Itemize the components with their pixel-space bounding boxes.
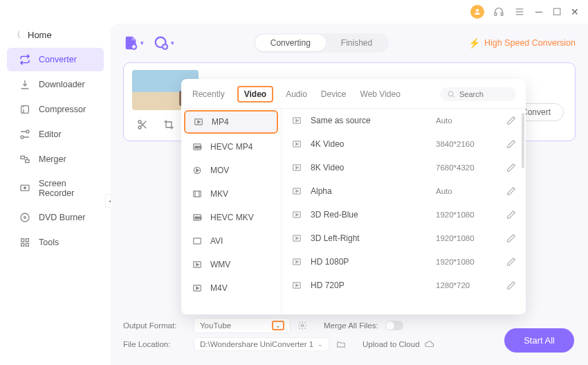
sidebar-item-label: Editor	[39, 130, 62, 139]
format-item-hevc-mp4[interactable]: HEVC HEVC MP4	[181, 135, 281, 159]
svg-point-14	[24, 217, 26, 219]
format-label: MKV	[210, 189, 228, 199]
svg-rect-1	[495, 12, 497, 15]
add-file-button[interactable]: ▾	[123, 35, 144, 51]
maximize-button[interactable]: ☐	[552, 6, 562, 17]
output-format-value: YouTube	[200, 321, 231, 330]
avatar[interactable]	[470, 5, 484, 19]
search-input[interactable]	[459, 90, 508, 98]
svg-marker-59	[296, 213, 299, 216]
preset-resolution: 1920*1080	[436, 258, 498, 266]
edit-preset-icon[interactable]	[506, 186, 516, 196]
svg-rect-16	[26, 239, 28, 242]
sidebar-item-editor[interactable]: Editor	[7, 123, 104, 146]
gear-icon[interactable]	[297, 321, 307, 330]
trim-icon[interactable]	[136, 118, 149, 131]
svg-marker-49	[196, 287, 199, 290]
home-back[interactable]: 〈 Home	[0, 24, 111, 46]
format-item-mkv[interactable]: MKV	[181, 182, 281, 206]
cloud-icon	[424, 339, 435, 349]
tab-video[interactable]: Video	[237, 86, 273, 103]
sidebar-item-merger[interactable]: Merger	[7, 148, 104, 171]
svg-marker-65	[296, 284, 299, 287]
format-item-mp4[interactable]: MP4	[184, 110, 278, 134]
video-file-icon	[191, 166, 203, 175]
scrollbar[interactable]	[522, 113, 524, 168]
crop-icon[interactable]	[163, 118, 175, 131]
svg-marker-57	[296, 190, 299, 193]
preset-resolution: 1920*1080	[436, 234, 498, 242]
caret-down-icon: ▾	[140, 39, 144, 46]
tab-finished[interactable]: Finished	[326, 35, 387, 51]
format-item-wmv[interactable]: WMV	[181, 253, 281, 276]
svg-rect-6	[21, 106, 29, 114]
svg-point-7	[21, 136, 24, 139]
edit-preset-icon[interactable]	[506, 210, 516, 220]
sidebar-item-dvd-burner[interactable]: DVD Burner	[7, 206, 104, 229]
file-location-value: D:\Wondershare UniConverter 1	[200, 340, 313, 348]
video-file-icon	[191, 189, 203, 199]
format-item-hevc-mkv[interactable]: HEVC HEVC MKV	[181, 206, 281, 229]
home-label: Home	[28, 30, 52, 40]
menu-icon[interactable]	[513, 6, 526, 18]
start-all-button[interactable]: Start All	[504, 328, 574, 353]
edit-preset-icon[interactable]	[506, 139, 516, 149]
svg-point-8	[26, 130, 29, 133]
sidebar-item-screen-recorder[interactable]: Screen Recorder	[7, 172, 104, 204]
svg-point-0	[476, 9, 479, 12]
sidebar-item-label: Tools	[39, 238, 59, 247]
format-item-mov[interactable]: MOV	[181, 159, 281, 182]
sidebar-item-compressor[interactable]: Compressor	[7, 98, 104, 121]
format-item-avi[interactable]: AVI	[181, 229, 281, 253]
svg-text:HEVC: HEVC	[195, 217, 202, 220]
format-label: MP4	[212, 117, 229, 127]
upload-cloud[interactable]: Upload to Cloud	[362, 339, 434, 349]
tab-device[interactable]: Device	[320, 87, 348, 102]
svg-line-33	[452, 96, 454, 98]
merge-toggle[interactable]	[385, 321, 403, 330]
edit-preset-icon[interactable]	[506, 281, 516, 290]
preset-row[interactable]: Same as source Auto	[282, 109, 526, 132]
preset-row[interactable]: Alpha Auto	[282, 179, 526, 203]
folder-icon[interactable]	[336, 339, 346, 349]
tab-web-video[interactable]: Web Video	[359, 87, 402, 102]
format-label: M4V	[210, 283, 228, 293]
tab-audio[interactable]: Audio	[284, 87, 309, 102]
preset-name: 8K Video	[311, 163, 428, 172]
high-speed-conversion[interactable]: ⚡ High Speed Conversion	[468, 37, 576, 48]
edit-preset-icon[interactable]	[506, 233, 516, 243]
edit-preset-icon[interactable]	[506, 163, 516, 172]
file-location-select[interactable]: D:\Wondershare UniConverter 1 ⌄	[194, 337, 329, 351]
edit-preset-icon[interactable]	[506, 116, 516, 125]
tab-converting[interactable]: Converting	[255, 35, 326, 51]
sidebar-item-label: DVD Burner	[39, 213, 85, 222]
preset-row[interactable]: 8K Video 7680*4320	[282, 156, 526, 179]
video-file-icon: HEVC	[191, 142, 203, 152]
minimize-button[interactable]: ─	[534, 6, 544, 17]
preset-row[interactable]: 3D Left-Right 1920*1080	[282, 226, 526, 250]
preset-row[interactable]: HD 720P 1280*720	[282, 274, 526, 297]
output-format-select[interactable]: YouTube ⌄	[194, 318, 291, 333]
close-button[interactable]: ✕	[570, 6, 580, 17]
svg-rect-17	[21, 243, 24, 246]
svg-marker-47	[196, 263, 199, 266]
sidebar-item-converter[interactable]: Converter	[7, 48, 104, 71]
sidebar-item-label: Converter	[39, 55, 77, 64]
download-icon	[19, 79, 30, 90]
svg-text:HEVC: HEVC	[195, 146, 202, 149]
format-item-m4v[interactable]: M4V	[181, 276, 281, 300]
tab-recently[interactable]: Recently	[191, 87, 226, 102]
add-url-button[interactable]: ▾	[154, 35, 174, 51]
sidebar-item-downloader[interactable]: Downloader	[7, 73, 104, 96]
preset-row[interactable]: 3D Red-Blue 1920*1080	[282, 203, 526, 226]
preset-row[interactable]: 4K Video 3840*2160	[282, 132, 526, 156]
format-tabs: Recently Video Audio Device Web Video	[181, 79, 526, 109]
preset-list: Same as source Auto 4K Video 3840*2160 8…	[282, 109, 526, 314]
sidebar-item-label: Compressor	[39, 105, 86, 114]
edit-preset-icon[interactable]	[506, 257, 516, 267]
format-search[interactable]	[440, 87, 516, 101]
format-label: HEVC MP4	[210, 142, 252, 152]
preset-row[interactable]: HD 1080P 1920*1080	[282, 250, 526, 274]
headset-icon[interactable]	[493, 6, 505, 18]
sidebar-item-tools[interactable]: Tools	[7, 231, 104, 254]
